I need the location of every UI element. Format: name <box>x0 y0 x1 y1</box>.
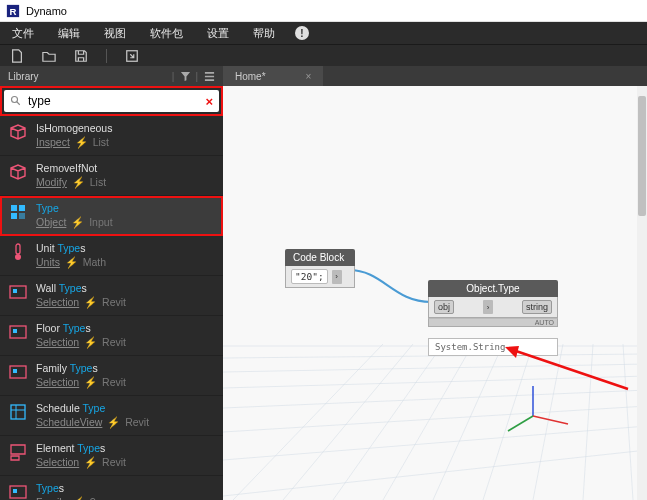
search-icon <box>10 95 22 107</box>
svg-line-31 <box>333 344 443 500</box>
item-title: RemoveIfNot <box>36 162 106 175</box>
svg-rect-15 <box>13 369 17 373</box>
menu-settings[interactable]: 设置 <box>195 26 241 41</box>
svg-point-3 <box>12 97 18 103</box>
library-results[interactable]: IsHomogeneousInspect ⚡ ListRemoveIfNotMo… <box>0 116 223 500</box>
toolbar <box>0 44 647 66</box>
item-subtitle: Selection ⚡ Revit <box>36 336 126 349</box>
item-title: Type <box>36 202 113 215</box>
svg-rect-6 <box>11 213 17 219</box>
item-icon <box>8 482 28 500</box>
new-icon[interactable] <box>10 49 24 63</box>
svg-rect-16 <box>11 405 25 419</box>
item-icon <box>8 402 28 422</box>
item-title: Wall Types <box>36 282 126 295</box>
search-input[interactable] <box>28 94 205 108</box>
menu-view[interactable]: 视图 <box>92 26 138 41</box>
svg-line-28 <box>223 450 647 496</box>
library-item[interactable]: TypeObject ⚡ Input <box>0 196 223 236</box>
item-title: Schedule Type <box>36 402 149 415</box>
open-icon[interactable] <box>42 49 56 63</box>
item-subtitle: ScheduleView ⚡ Revit <box>36 416 149 429</box>
library-item[interactable]: Schedule TypeScheduleView ⚡ Revit <box>0 396 223 436</box>
svg-rect-8 <box>16 244 20 254</box>
graph-canvas[interactable]: Code Block "20"; › Object.Type obj › str… <box>223 86 647 500</box>
vertical-scrollbar[interactable] <box>637 86 647 500</box>
library-item[interactable]: Unit TypesUnits ⚡ Math <box>0 236 223 276</box>
svg-line-41 <box>513 350 628 389</box>
tab-label: Home* <box>235 71 266 82</box>
svg-rect-14 <box>10 366 26 378</box>
item-subtitle: Units ⚡ Math <box>36 256 106 269</box>
item-icon <box>8 202 28 222</box>
menu-help[interactable]: 帮助 <box>241 26 287 41</box>
svg-line-27 <box>223 426 647 460</box>
output-port[interactable]: › <box>332 270 342 284</box>
svg-rect-12 <box>10 326 26 338</box>
svg-rect-10 <box>10 286 26 298</box>
toolbar-divider <box>106 49 107 63</box>
node-footer: AUTO <box>428 318 558 327</box>
svg-marker-42 <box>505 346 519 358</box>
svg-line-39 <box>533 416 568 424</box>
filter-icon[interactable] <box>180 71 191 82</box>
clear-search-icon[interactable]: × <box>205 94 213 109</box>
menubar: 文件 编辑 视图 软件包 设置 帮助 ! <box>0 22 647 44</box>
titlebar: R Dynamo <box>0 0 647 22</box>
library-item[interactable]: RemoveIfNotModify ⚡ List <box>0 156 223 196</box>
input-port-obj[interactable]: obj <box>434 300 454 314</box>
item-title: Unit Types <box>36 242 106 255</box>
library-item[interactable]: Element TypesSelection ⚡ Revit <box>0 436 223 476</box>
library-header: Library | | <box>0 66 223 86</box>
list-view-icon[interactable] <box>204 71 215 82</box>
svg-rect-5 <box>19 205 25 211</box>
library-item[interactable]: IsHomogeneousInspect ⚡ List <box>0 116 223 156</box>
menu-file[interactable]: 文件 <box>0 26 46 41</box>
item-subtitle: Selection ⚡ Revit <box>36 376 126 389</box>
code-block-value[interactable]: "20"; <box>291 269 328 284</box>
save-icon[interactable] <box>74 49 88 63</box>
node-header[interactable]: Object.Type <box>428 280 558 297</box>
item-icon <box>8 162 28 182</box>
search-box[interactable]: × <box>4 90 219 112</box>
library-item[interactable]: Family TypesSelection ⚡ Revit <box>0 356 223 396</box>
output-port-string[interactable]: string <box>522 300 552 314</box>
node-header[interactable]: Code Block <box>285 249 355 266</box>
svg-rect-11 <box>13 289 17 293</box>
export-icon[interactable] <box>125 49 139 63</box>
svg-rect-19 <box>10 486 26 498</box>
close-tab-icon[interactable]: × <box>306 71 312 82</box>
svg-text:R: R <box>10 5 17 16</box>
tab-home[interactable]: Home* × <box>223 66 323 86</box>
item-icon <box>8 322 28 342</box>
menu-packages[interactable]: 软件包 <box>138 26 195 41</box>
alert-icon[interactable]: ! <box>295 26 309 40</box>
item-title: IsHomogeneous <box>36 122 112 135</box>
lacing-icon[interactable]: › <box>483 300 493 314</box>
library-panel: Library | | × IsHomogeneousInspect ⚡ Lis… <box>0 66 223 500</box>
node-object-type[interactable]: Object.Type obj › string AUTO <box>428 280 558 327</box>
svg-line-30 <box>283 344 413 500</box>
library-item[interactable]: TypesFamily ⚡ ? <box>0 476 223 500</box>
library-item[interactable]: Wall TypesSelection ⚡ Revit <box>0 276 223 316</box>
scrollbar-thumb[interactable] <box>638 96 646 216</box>
svg-line-40 <box>508 416 533 431</box>
svg-rect-13 <box>13 329 17 333</box>
item-title: Element Types <box>36 442 126 455</box>
item-icon <box>8 122 28 142</box>
item-icon <box>8 282 28 302</box>
item-icon <box>8 242 28 262</box>
svg-point-9 <box>15 254 21 260</box>
item-subtitle: Modify ⚡ List <box>36 176 106 189</box>
item-icon <box>8 362 28 382</box>
node-code-block[interactable]: Code Block "20"; › <box>285 249 355 288</box>
menu-edit[interactable]: 编辑 <box>46 26 92 41</box>
item-title: Floor Types <box>36 322 126 335</box>
item-subtitle: Inspect ⚡ List <box>36 136 112 149</box>
library-item[interactable]: Floor TypesSelection ⚡ Revit <box>0 316 223 356</box>
svg-rect-20 <box>13 489 17 493</box>
item-subtitle: Family ⚡ ? <box>36 496 96 500</box>
filter-divider2: | <box>195 71 198 82</box>
item-title: Family Types <box>36 362 126 375</box>
canvas-area: Home* × <box>223 66 647 500</box>
